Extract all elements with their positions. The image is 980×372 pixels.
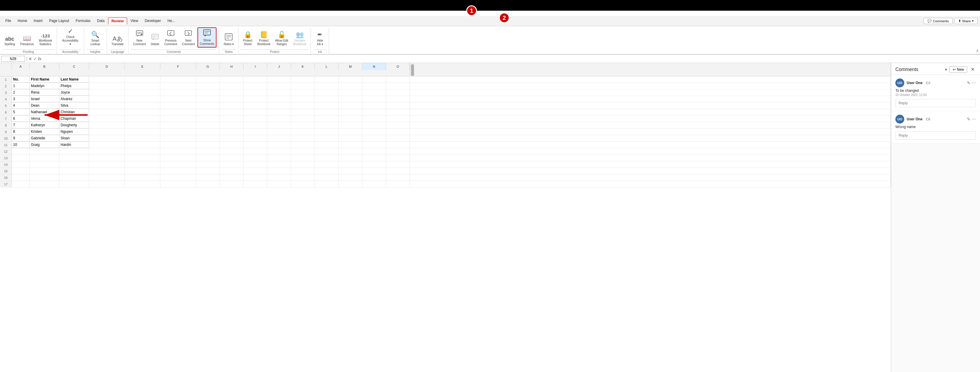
table-row[interactable]: 12: [0, 148, 891, 155]
sheet-cell[interactable]: [315, 122, 339, 128]
sheet-cell[interactable]: [89, 77, 125, 83]
sheet-cell[interactable]: 4: [12, 102, 30, 109]
sheet-cell[interactable]: [161, 155, 196, 161]
sheet-cell[interactable]: [315, 168, 339, 174]
sheet-cell[interactable]: [220, 181, 243, 187]
col-header-h[interactable]: H: [220, 63, 243, 70]
sheet-cell[interactable]: [315, 102, 339, 109]
sheet-cell[interactable]: [362, 161, 386, 168]
table-row[interactable]: 43IsraelAlvarez: [0, 96, 891, 102]
sheet-cell[interactable]: [89, 122, 125, 128]
table-row[interactable]: 17: [0, 181, 891, 187]
sheet-cell[interactable]: [220, 96, 243, 102]
sheet-cell[interactable]: [243, 135, 267, 141]
sheet-cell[interactable]: [243, 161, 267, 168]
menu-file[interactable]: File: [2, 18, 14, 24]
menu-help[interactable]: He...: [164, 18, 178, 24]
notes-button[interactable]: Notes ▾: [221, 27, 236, 48]
sheet-cell[interactable]: [220, 122, 243, 128]
sheet-cell[interactable]: [339, 161, 362, 168]
sheet-cell[interactable]: [386, 122, 410, 128]
sheet-cell[interactable]: [196, 122, 220, 128]
sheet-cell[interactable]: Last Name: [59, 77, 89, 83]
sheet-cell[interactable]: [220, 174, 243, 180]
sheet-cell[interactable]: [243, 142, 267, 148]
show-comments-button[interactable]: ShowComments: [197, 27, 216, 48]
sheet-cell[interactable]: [267, 148, 291, 155]
smart-lookup-button[interactable]: 🔍 SmartLookup: [86, 27, 104, 48]
sheet-cell[interactable]: Dean: [30, 102, 59, 109]
edit-comment-2-button[interactable]: ✎: [967, 117, 970, 121]
sheet-cell[interactable]: [89, 89, 125, 96]
table-row[interactable]: 1110GraigHardin: [0, 142, 891, 148]
sheet-cell[interactable]: [243, 102, 267, 109]
sheet-cell[interactable]: [267, 142, 291, 148]
sheet-cell[interactable]: Madelyn: [30, 83, 59, 89]
sheet-cell[interactable]: [196, 181, 220, 187]
sheet-cell[interactable]: [362, 148, 386, 155]
sheet-cell[interactable]: [267, 122, 291, 128]
sheet-cell[interactable]: [30, 161, 59, 168]
sheet-cell[interactable]: [315, 135, 339, 141]
sheet-cell[interactable]: [291, 148, 315, 155]
sheet-cell[interactable]: [315, 181, 339, 187]
sheet-cell[interactable]: [125, 148, 161, 155]
sheet-cell[interactable]: [386, 96, 410, 102]
sheet-cell[interactable]: [59, 174, 89, 180]
sheet-cell[interactable]: [220, 155, 243, 161]
sheet-cell[interactable]: [243, 122, 267, 128]
sheet-cell[interactable]: [339, 109, 362, 115]
table-row[interactable]: 98KristenNguyen: [0, 129, 891, 135]
sheet-cell[interactable]: [12, 148, 30, 155]
sheet-cell[interactable]: [291, 89, 315, 96]
sheet-cell[interactable]: [339, 83, 362, 89]
col-header-i[interactable]: I: [243, 63, 267, 70]
sheet-cell[interactable]: Katheryn: [30, 122, 59, 128]
sheet-cell[interactable]: 2: [12, 89, 30, 96]
sheet-cell[interactable]: [220, 161, 243, 168]
sheet-cell[interactable]: [386, 161, 410, 168]
sheet-cell[interactable]: [196, 109, 220, 115]
sheet-cell[interactable]: [267, 102, 291, 109]
sheet-cell[interactable]: [267, 77, 291, 83]
sheet-cell[interactable]: [89, 174, 125, 180]
col-header-o[interactable]: O: [386, 63, 410, 70]
table-row[interactable]: 15: [0, 168, 891, 174]
sheet-cell[interactable]: [315, 148, 339, 155]
sheet-cell[interactable]: [315, 161, 339, 168]
sheet-cell[interactable]: [12, 181, 30, 187]
sheet-cell[interactable]: [386, 77, 410, 83]
allow-edit-ranges-button[interactable]: 🔓 Allow EditRanges: [273, 27, 290, 48]
table-row[interactable]: 109GabrielleSloan: [0, 135, 891, 142]
sheet-cell[interactable]: [243, 155, 267, 161]
sheet-cell[interactable]: [125, 83, 161, 89]
col-header-c[interactable]: C: [59, 63, 89, 70]
sheet-cell[interactable]: 7: [12, 122, 30, 128]
sheet-cell[interactable]: [196, 89, 220, 96]
sheet-cell[interactable]: Israel: [30, 96, 59, 102]
sheet-cell[interactable]: [161, 89, 196, 96]
delete-comment-button[interactable]: Delete: [148, 27, 162, 48]
sheet-cell[interactable]: [291, 102, 315, 109]
table-row[interactable]: 14: [0, 161, 891, 168]
menu-data[interactable]: Data: [94, 18, 108, 24]
sheet-cell[interactable]: [161, 148, 196, 155]
formula-input[interactable]: [43, 56, 979, 62]
sheet-cell[interactable]: [89, 161, 125, 168]
menu-home[interactable]: Home: [14, 18, 30, 24]
sheet-cell[interactable]: [125, 89, 161, 96]
sheet-cell[interactable]: Gabrielle: [30, 135, 59, 141]
col-header-g[interactable]: G: [196, 63, 220, 70]
table-row[interactable]: 13: [0, 155, 891, 161]
sheet-cell[interactable]: Dougherty: [59, 122, 89, 128]
sheet-cell[interactable]: [243, 181, 267, 187]
sheet-cell[interactable]: Nguyen: [59, 129, 89, 135]
sheet-cell[interactable]: [315, 109, 339, 115]
sheet-cell[interactable]: Joyce: [59, 89, 89, 96]
protect-workbook-button[interactable]: 📒 ProtectWorkbook: [255, 27, 273, 48]
sheet-cell[interactable]: [267, 168, 291, 174]
sheet-cell[interactable]: [267, 135, 291, 141]
sheet-cell[interactable]: [196, 142, 220, 148]
sheet-cell[interactable]: [267, 116, 291, 122]
sheet-cell[interactable]: [386, 129, 410, 135]
